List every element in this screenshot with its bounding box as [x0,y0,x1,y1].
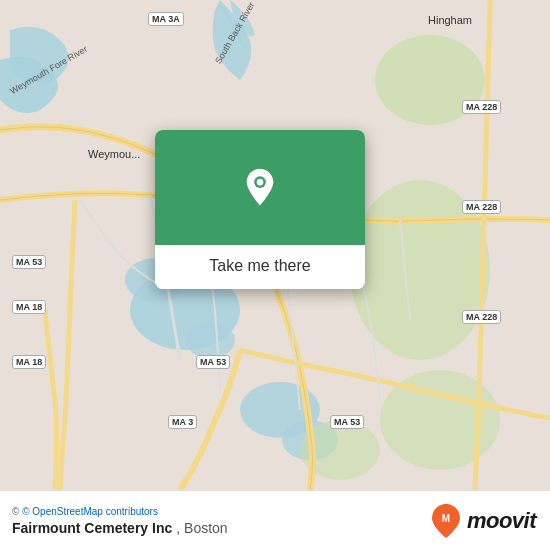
road-label-ma53b: MA 53 [196,355,230,369]
location-pin-icon [239,167,281,209]
road-label-ma228b: MA 228 [462,200,501,214]
moovit-icon: M [431,503,461,539]
moovit-logo[interactable]: M moovit [431,503,536,539]
popup-card: Take me there [155,130,365,289]
svg-point-3 [185,322,235,358]
road-label-ma3a: MA 3A [148,12,184,26]
city-name: , Boston [176,520,227,536]
road-label-ma3b: MA 3 [168,415,197,429]
road-label-ma18a: MA 18 [12,300,46,314]
weymouth-label: Weymou... [88,148,140,160]
hingham-label: Hingham [428,14,472,26]
road-label-ma228c: MA 228 [462,310,501,324]
road-label-ma53c: MA 53 [330,415,364,429]
road-label-ma228a: MA 228 [462,100,501,114]
attribution-text: © © OpenStreetMap contributors [12,506,228,517]
place-name: Fairmount Cemetery Inc [12,520,172,536]
road-label-ma53a: MA 53 [12,255,46,269]
popup-button-area[interactable]: Take me there [155,245,365,289]
bottom-bar: © © OpenStreetMap contributors Fairmount… [0,490,550,550]
popup-map-area [155,130,365,245]
osm-link[interactable]: © OpenStreetMap contributors [22,506,158,517]
svg-point-11 [257,178,264,185]
moovit-text: moovit [467,508,536,534]
svg-text:M: M [442,513,450,524]
road-label-ma18b: MA 18 [12,355,46,369]
map-container: MA 3A MA 228 MA 228 MA 228 MA 53 MA 18 M… [0,0,550,490]
bottom-left: © © OpenStreetMap contributors Fairmount… [12,506,228,536]
take-me-there-button[interactable]: Take me there [169,255,351,277]
